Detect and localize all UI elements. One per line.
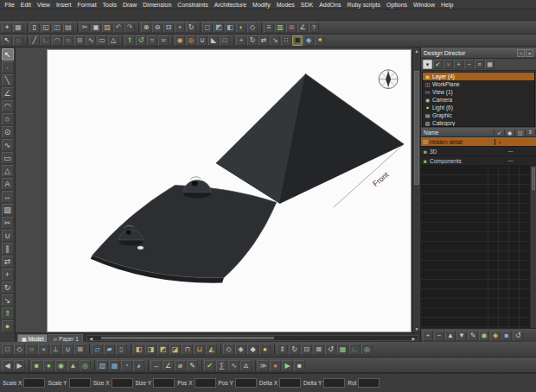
ellipse-tool-icon[interactable]: ⊙ [2,126,14,138]
sphere-tool-icon[interactable]: ● [2,320,14,332]
dd-new-layer-icon[interactable]: + [454,60,463,69]
point-tool-icon[interactable]: ∙ [2,61,14,73]
menu-help[interactable]: Help [438,2,456,8]
zoom-in-icon[interactable]: ⊕ [141,22,151,33]
mirror-icon[interactable]: ⇄ [258,35,269,46]
layer-flag-cell[interactable]: — [505,158,515,163]
dd-up-icon[interactable]: ▲ [445,331,456,341]
surface-patch-icon[interactable]: ▧ [97,360,108,371]
zoom-window-icon[interactable]: ⊡ [301,344,312,355]
view-iso-icon[interactable]: ◭ [206,344,217,355]
snap-perpendicular-icon[interactable]: ⊥ [50,344,61,355]
layer-flag-cell[interactable]: — [505,149,515,154]
snap-tangent-icon[interactable]: ∪ [62,344,73,355]
menu-addons[interactable]: AddOns [316,2,344,8]
polygon-tool-icon[interactable]: △ [2,165,14,177]
zoom-out-icon[interactable]: ⊖ [152,22,163,33]
iso-view-icon[interactable]: ◧ [225,22,235,33]
layer-next-icon[interactable]: ▶ [14,360,25,371]
menu-sdk[interactable]: SDK [297,2,316,8]
view-left-icon[interactable]: ◩ [157,344,169,355]
orbit-icon[interactable]: ↻ [289,344,300,355]
paste-icon[interactable]: ▨ [102,22,112,33]
dimension-tool-icon[interactable]: ↔ [2,191,14,203]
sweep-icon[interactable]: ≈ [147,35,157,46]
top-view-icon[interactable]: ◩ [214,22,224,33]
lights-icon[interactable]: ✶ [315,35,325,46]
dim-linear-icon[interactable]: ↔ [150,360,162,371]
solid-sphere-icon[interactable]: ● [43,360,54,371]
dd-edit-icon[interactable]: ✎ [468,331,478,341]
tab-paper-1[interactable]: ▱ Paper 1 [48,334,82,342]
surface-net-icon[interactable]: ▦ [109,360,120,371]
circle-tool-icon[interactable]: ○ [2,113,14,125]
dd-color-icon[interactable]: ■ [501,331,512,341]
polyline-tool-icon[interactable]: ∟ [41,35,51,46]
dd-refresh-icon[interactable]: ↺ [513,331,523,341]
offset-tool-icon[interactable]: ∥ [2,243,14,255]
view-compass[interactable] [379,70,398,89]
scale-tool-icon[interactable]: ↘ [270,35,280,46]
measure-icon[interactable]: ∠ [297,22,308,33]
settings-icon[interactable]: ✦ [2,22,12,33]
layer-row-hidden-detail[interactable]: ▨ Hidden detail ✓ [421,137,536,147]
rectangle-tool-icon[interactable]: ▭ [97,35,107,46]
render-icon[interactable]: ◼ [292,35,303,46]
dd-hide-all-icon[interactable]: × [443,60,453,69]
horizontal-scroll-thumb[interactable] [101,337,274,339]
solid-cone-icon[interactable]: ▲ [67,360,79,371]
arc-tool-icon[interactable]: ◠ [52,35,62,46]
view-bottom-icon[interactable]: ⊔ [194,344,205,355]
view-right-icon[interactable]: ◪ [169,344,181,355]
plane-zx-icon[interactable]: ▯ [116,344,127,355]
horizontal-scrollbar[interactable]: ◀ ▶ [86,335,418,341]
arc-tool-icon[interactable]: ◠ [2,100,14,112]
layer-table-empty-grid[interactable] [421,166,536,328]
mass-props-icon[interactable]: Δ [240,360,252,371]
pin-icon[interactable]: ▫ [517,49,525,57]
grid-toggle-icon[interactable]: ▦ [337,344,348,355]
scale-tool-icon[interactable]: ↘ [2,294,14,307]
view-front-icon[interactable]: ◧ [133,344,144,355]
vertical-scrollbar[interactable]: ▲ ▼ [412,47,420,332]
move-tool-icon[interactable]: + [2,269,14,281]
menu-file[interactable]: File [2,2,17,8]
rotate-tool-icon[interactable]: ↻ [2,281,14,294]
analysis-icon[interactable]: ∑ [216,360,227,371]
design-director-icon[interactable]: ▥ [275,22,285,33]
status-field-input[interactable] [69,378,91,388]
scroll-left-icon[interactable]: ◀ [87,336,95,341]
layer-row-3d[interactable]: ■ 3D — [421,147,536,156]
spline-tool-icon[interactable]: ∿ [2,139,14,151]
viewport[interactable]: Front [16,47,420,332]
dd-visible-icon[interactable]: ◉ [479,331,489,341]
boolean-union-icon[interactable]: ◉ [175,35,185,46]
solid-torus-icon[interactable]: ◎ [80,360,91,371]
lasso-select-icon[interactable]: ◌ [13,35,23,46]
scroll-up-icon[interactable]: ▲ [413,47,420,54]
menu-modes[interactable]: Modes [273,2,297,8]
extrude-icon[interactable]: ⇑ [124,35,135,46]
line-tool-icon[interactable]: ╲ [2,74,14,86]
status-field-input[interactable] [235,378,257,388]
vertical-scroll-thumb[interactable] [414,71,419,185]
panel-scroll-thumb[interactable] [532,168,535,190]
materials-icon[interactable]: ◆ [303,35,314,46]
extrude-tool-icon[interactable]: ⇑ [2,307,14,319]
redo-icon[interactable]: ↷ [124,22,135,33]
chamfer-icon[interactable]: ◣ [208,35,219,46]
layer-flag-cell[interactable]: ✓ [495,139,505,145]
menu-architecture[interactable]: Architecture [211,2,249,8]
rotate-icon[interactable]: ↻ [247,35,258,46]
line-tool-icon[interactable]: ╱ [29,35,40,46]
panel-scrollbar[interactable] [530,166,536,328]
wireframe-mode-icon[interactable]: ◇ [247,22,258,33]
status-field-input[interactable] [23,378,45,388]
zoom-all-icon[interactable]: ⊠ [313,344,324,355]
fillet-icon[interactable]: ∪ [197,35,207,46]
shade-mode-icon[interactable]: ◐ [236,22,246,33]
layer-row-components[interactable]: ■ Components — [421,156,536,166]
array-icon[interactable]: ∷ [281,35,291,46]
snap-endpoint-icon[interactable]: □ [2,344,13,355]
menu-edit[interactable]: Edit [17,2,34,8]
